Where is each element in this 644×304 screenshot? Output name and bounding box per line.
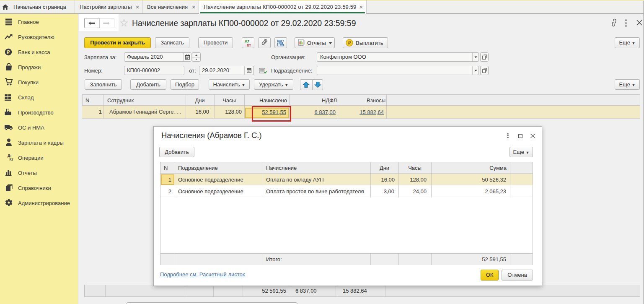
svg-text:Дт: Дт — [245, 39, 249, 43]
svg-text:Кт: Кт — [247, 43, 251, 47]
svg-text:₽: ₽ — [348, 40, 351, 45]
svg-text:Кт: Кт — [10, 157, 13, 161]
svg-text:₽: ₽ — [7, 49, 10, 55]
